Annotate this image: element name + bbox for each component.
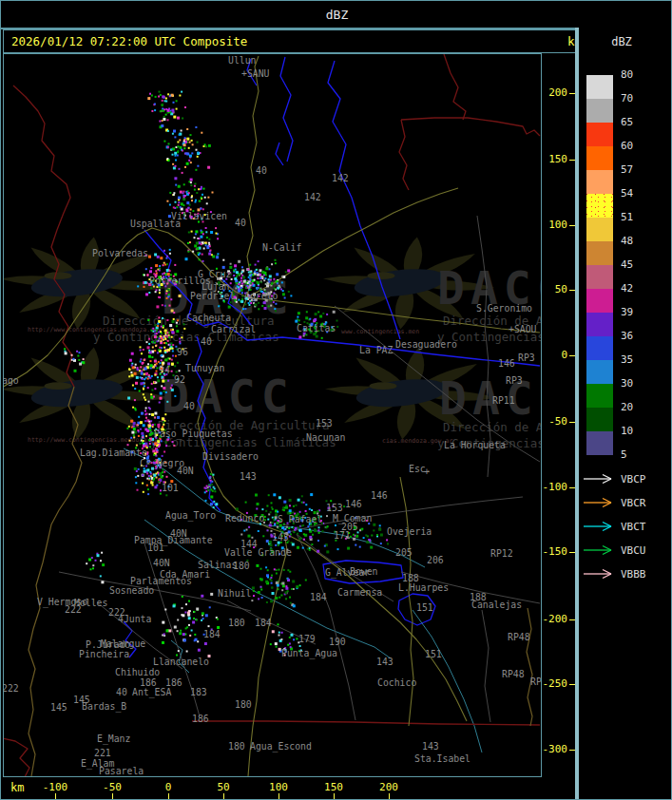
- place-label: Agua_Escond: [250, 741, 312, 752]
- place-label: G_Cruz: [198, 269, 231, 280]
- right-axis-label: -200: [542, 614, 567, 625]
- scale-label: 80: [621, 69, 649, 81]
- right-axis-label: -250: [542, 678, 567, 690]
- place-label: 153: [316, 418, 333, 429]
- place-label: Sta.Isabel: [414, 753, 470, 764]
- color-swatch: [586, 194, 613, 218]
- place-label: 101: [147, 543, 164, 553]
- color-swatch: [586, 241, 613, 265]
- place-label: 222: [4, 683, 19, 694]
- place-label: 96: [177, 347, 188, 357]
- place-label: 206: [427, 555, 444, 565]
- vector-arrow-icon: [583, 473, 615, 485]
- bottom-axis-tick: [55, 793, 56, 799]
- place-label: 184: [203, 629, 221, 639]
- place-label: Ovejeria: [387, 526, 432, 537]
- bottom-axis-label: 150: [313, 781, 355, 793]
- scale-label: 35: [621, 354, 649, 366]
- vector-label: VBCR: [621, 497, 646, 509]
- place-label: Lag.Diamante: [80, 448, 147, 458]
- place-label: 142: [304, 192, 321, 202]
- place-label: 153: [326, 503, 343, 513]
- place-label: 40N: [177, 466, 194, 476]
- color-swatch: [586, 218, 613, 241]
- scale-label: 65: [621, 117, 649, 128]
- right-axis-label: 0: [542, 350, 567, 361]
- place-label: 183: [190, 687, 207, 697]
- place-label: +SANU: [241, 68, 270, 79]
- scale-label: 5: [621, 449, 649, 461]
- scale-label: 36: [621, 331, 649, 342]
- color-swatch: [586, 170, 613, 194]
- place-label: Ullun: [228, 55, 257, 66]
- place-label: Cacheuta: [186, 313, 231, 323]
- info-bar: 2026/01/12 07:22:00 UTC Composite km: [3, 29, 590, 53]
- color-swatch: [586, 408, 613, 431]
- bottom-axis-label: 200: [368, 781, 410, 793]
- watermark-subtitle: Dirección de Agricultura: [443, 420, 541, 434]
- place-label: 142: [332, 173, 349, 183]
- map-line: [4, 738, 29, 776]
- window-title: dBZ: [326, 8, 348, 22]
- vector-label: VBCT: [621, 521, 646, 533]
- place-label: Paso_Piuquetas: [154, 429, 233, 440]
- map-line: [13, 86, 74, 387]
- place-label: RP3: [518, 352, 535, 363]
- place-label: Polvaredas: [92, 248, 148, 258]
- right-axis-label: 50: [542, 284, 567, 295]
- vector-row: VBCU: [583, 543, 670, 557]
- place-label: RP12: [490, 548, 513, 559]
- place-label: 184: [255, 618, 272, 628]
- place-label: 171: [334, 530, 351, 541]
- bottom-axis-label: -100: [34, 781, 76, 793]
- place-label: 179: [298, 634, 316, 644]
- scale-label: 45: [621, 259, 649, 271]
- scale-label: 10: [621, 426, 649, 437]
- scale-label: 57: [621, 164, 649, 176]
- vector-arrow-icon: [583, 544, 615, 556]
- vector-label: VBCU: [621, 544, 646, 557]
- right-axis-label: -50: [542, 416, 567, 428]
- scale-label: 51: [621, 212, 649, 223]
- legend-title: dBZ: [579, 35, 664, 48]
- bottom-axis-label: 0: [147, 781, 189, 793]
- place-label: 184: [310, 592, 327, 602]
- map-line: [399, 120, 409, 190]
- place-label: Punta_Agua: [281, 648, 337, 659]
- place-label: 4Junta: [118, 614, 151, 624]
- scale-label: 48: [621, 236, 649, 247]
- place-label: 94: [159, 365, 170, 375]
- place-label: Agrelo: [244, 291, 278, 301]
- right-axis-label: -150: [542, 546, 567, 558]
- color-swatch: [586, 289, 613, 313]
- place-label: E_Manz: [97, 733, 130, 745]
- bottom-km-label: km: [10, 781, 24, 794]
- place-label: Catitas: [297, 323, 336, 333]
- place-label: Valle Grande: [224, 547, 292, 558]
- map-line: [29, 387, 82, 776]
- place-label: 40: [183, 401, 195, 411]
- map-line: [444, 54, 466, 120]
- watermark-url: www.contingencias.men: [341, 328, 419, 335]
- bottom-axis: km -100-50050100150200: [3, 776, 577, 800]
- map-line: [527, 608, 532, 726]
- map-line: [401, 118, 540, 136]
- vector-arrow-icon: [583, 497, 615, 508]
- place-label: 146: [371, 490, 388, 501]
- scale-label: 54: [621, 188, 649, 200]
- right-axis-label: 200: [542, 87, 567, 99]
- dacc-logo-watermark: [4, 347, 172, 440]
- place-label: Pasarela: [99, 766, 144, 776]
- scale-label: 70: [621, 93, 649, 105]
- place-label: Llancanelo: [153, 657, 209, 667]
- place-label: 143: [376, 657, 394, 667]
- scale-label: 39: [621, 307, 649, 318]
- place-label: RP: [530, 676, 541, 687]
- place-label: 146: [345, 499, 362, 509]
- radar-map-area: DACCDACCDACCDACCDirección de Agricultura…: [3, 53, 542, 777]
- place-label: 146: [498, 358, 515, 369]
- place-label: 186: [192, 714, 209, 724]
- right-axis-label: 100: [542, 219, 567, 231]
- place-label: 40N: [153, 558, 170, 568]
- vector-row: VBBB: [583, 567, 670, 581]
